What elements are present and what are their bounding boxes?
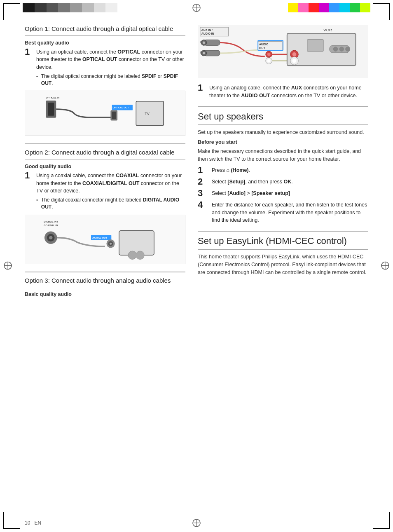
corner-mark-bl [3, 512, 20, 529]
speaker-step2-row: 2 Select [Setup], and then press OK. [198, 178, 368, 186]
svg-point-50 [267, 53, 271, 56]
svg-text:COAXIAL IN: COAXIAL IN [44, 224, 58, 226]
option1-step1-text: Using an optical cable, connect the OPTI… [36, 48, 185, 71]
speaker-step3-num: 3 [198, 189, 209, 198]
bullet-dot: • [36, 74, 38, 79]
option3-step-number: 1 [198, 83, 209, 92]
color-swatch-4 [58, 3, 70, 12]
speaker-step1: 1 Press ⌂ (Home). [198, 166, 368, 175]
svg-text:AUDIO: AUDIO [259, 43, 269, 46]
option1-step1: 1 Using an optical cable, connect the OP… [25, 48, 185, 87]
color-swatch-lg [360, 3, 370, 12]
svg-point-41 [203, 41, 205, 44]
optical-diagram-svg: OPTICAL IN OPTICAL OUT TV [28, 94, 182, 132]
coaxial-diagram-svg: DIGITAL IN / COAXIAL IN DIGITAL OUT [28, 218, 182, 260]
color-swatch-6 [82, 3, 94, 12]
color-swatch-7 [94, 3, 106, 12]
option1-bullet-text: The digital optical connector might be l… [41, 73, 185, 87]
aux-diagram: AUX IN / AUDIO IN L R AUDIO OUT [198, 25, 368, 78]
corner-mark-tl [3, 3, 20, 20]
speaker-step1-row: 1 Press ⌂ (Home). [198, 166, 368, 175]
svg-point-45 [203, 52, 205, 54]
bullet-dot2: • [36, 197, 38, 202]
speaker-step2-text: Select [Setup], and then press OK. [212, 178, 368, 186]
before-you-start-label: Before you start [198, 139, 368, 145]
option2-bullet: • The digital coaxial connector might be… [36, 197, 185, 211]
option3-step1-text: Using an analog cable, connect the AUX c… [209, 84, 368, 100]
top-bar-right [288, 3, 370, 12]
svg-text:DIGITAL IN /: DIGITAL IN / [44, 220, 58, 223]
svg-point-25 [49, 236, 53, 239]
svg-point-62 [339, 47, 344, 52]
svg-point-52 [267, 59, 271, 63]
option1-title: Option 1: Connect audio through a digita… [25, 25, 185, 36]
main-content: Option 1: Connect audio through a digita… [25, 25, 368, 516]
speaker-step4-num: 4 [198, 200, 209, 209]
setup-speakers-section: Set up speakers Set up the speakers manu… [198, 111, 368, 225]
option1-section: Option 1: Connect audio through a digita… [25, 25, 185, 136]
svg-rect-17 [136, 101, 164, 126]
page-number: 10 EN [25, 520, 41, 526]
svg-text:OPTICAL OUT: OPTICAL OUT [112, 107, 129, 109]
option2-divider [25, 272, 185, 272]
color-swatch-r [309, 3, 319, 12]
svg-point-31 [110, 242, 112, 244]
speaker-step2: 2 Select [Setup], and then press OK. [198, 178, 368, 186]
speaker-step1-num: 1 [198, 166, 209, 175]
setup-speakers-title: Set up speakers [198, 111, 368, 125]
option3-step1-row: 1 Using an analog cable, connect the AUX… [198, 84, 368, 100]
svg-text:AUDIO IN: AUDIO IN [201, 32, 214, 35]
option3-title: Option 3: Connect audio through analog a… [25, 277, 185, 288]
left-crosshair [3, 261, 12, 271]
option1-diagram: OPTICAL IN OPTICAL OUT TV [25, 91, 185, 136]
color-swatch-g [350, 3, 360, 12]
color-swatch-y [288, 3, 298, 12]
option2-quality: Good quality audio [25, 164, 185, 169]
svg-text:VCR: VCR [323, 28, 332, 32]
color-swatch-p [319, 3, 329, 12]
speaker-step3-row: 3 Select [Audio] > [Speaker setup] [198, 190, 368, 198]
easylink-section: Set up EasyLink (HDMI-CEC control) This … [198, 236, 368, 276]
svg-text:OUT: OUT [259, 47, 265, 49]
option3-section: Option 3: Connect audio through analog a… [25, 277, 185, 298]
svg-rect-59 [307, 40, 323, 52]
left-column: Option 1: Connect audio through a digita… [25, 25, 185, 516]
speaker-step3-text: Select [Audio] > [Speaker setup] [212, 190, 368, 197]
svg-rect-28 [119, 230, 154, 255]
easylink-divider [198, 231, 368, 232]
corner-mark-tr [373, 3, 390, 20]
svg-rect-34 [132, 253, 140, 257]
aux-diagram-svg: AUX IN / AUDIO IN L R AUDIO OUT [198, 25, 368, 78]
svg-point-63 [345, 47, 350, 52]
option3-step1: 1 Using an analog cable, connect the AUX… [198, 84, 368, 100]
speaker-step1-text: Press ⌂ (Home). [212, 166, 368, 174]
svg-rect-20 [112, 112, 116, 119]
speaker-step3: 3 Select [Audio] > [Speaker setup] [198, 190, 368, 198]
corner-mark-br [373, 512, 390, 529]
option1-step1-row: 1 Using an optical cable, connect the OP… [25, 48, 185, 71]
setup-speakers-desc: Set up the speakers manually to experien… [198, 129, 368, 136]
svg-text:AUX IN /: AUX IN / [201, 28, 213, 31]
before-you-start-text: Make the necessary connections described… [198, 148, 368, 163]
svg-point-56 [292, 52, 297, 56]
right-column: AUX IN / AUDIO IN L R AUDIO OUT [198, 25, 368, 516]
option2-section: Option 2: Connect audio through a digita… [25, 148, 185, 264]
top-bar-left [23, 3, 117, 12]
option2-step-number: 1 [25, 171, 36, 180]
color-swatch-3 [47, 3, 58, 12]
svg-point-58 [292, 59, 297, 63]
option2-step1: 1 Using a coaxial cable, connect the COA… [25, 172, 185, 211]
easylink-title: Set up EasyLink (HDMI-CEC control) [198, 236, 368, 250]
svg-point-61 [333, 47, 338, 52]
speaker-step4: 4 Enter the distance for each speaker, a… [198, 201, 368, 224]
svg-text:OPTICAL IN: OPTICAL IN [46, 96, 59, 99]
option1-bullet: • The digital optical connector might be… [36, 73, 185, 87]
setup-speakers-divider [198, 106, 368, 107]
speaker-step4-text: Enter the distance for each speaker, and… [212, 201, 368, 224]
color-swatch-c [339, 3, 350, 12]
option2-step1-row: 1 Using a coaxial cable, connect the COA… [25, 172, 185, 195]
option2-title: Option 2: Connect audio through a digita… [25, 148, 185, 159]
top-center-crosshair [190, 3, 203, 12]
option1-step-number: 1 [25, 47, 36, 56]
svg-text:TV: TV [145, 112, 150, 116]
